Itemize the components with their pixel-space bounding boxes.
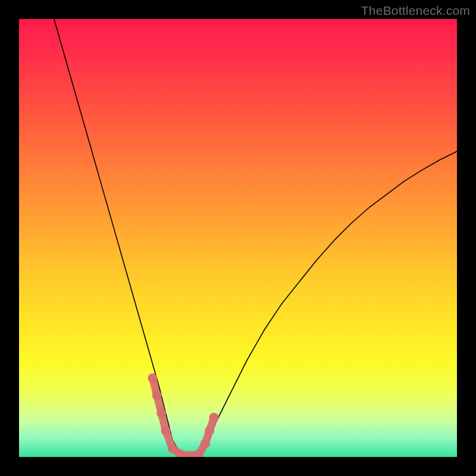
svg-point-9 xyxy=(205,426,214,436)
watermark-text: TheBottleneck.com xyxy=(361,4,470,18)
svg-point-3 xyxy=(161,426,171,436)
plot-area xyxy=(19,19,457,457)
bottleneck-curve-line xyxy=(54,19,457,456)
chart-frame: TheBottleneck.com xyxy=(0,0,476,476)
svg-point-4 xyxy=(168,443,177,453)
svg-point-8 xyxy=(201,439,210,449)
svg-point-1 xyxy=(152,391,162,400)
highlight-region-markers xyxy=(148,374,218,457)
svg-point-2 xyxy=(156,408,166,418)
chart-svg xyxy=(19,19,457,457)
svg-point-10 xyxy=(209,413,219,422)
svg-point-0 xyxy=(148,374,157,383)
